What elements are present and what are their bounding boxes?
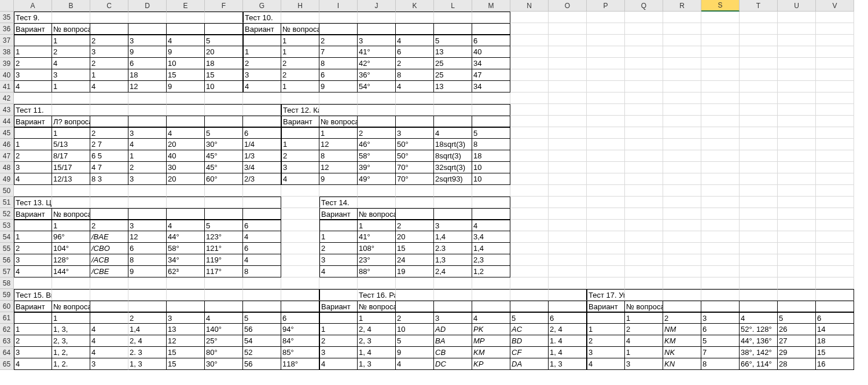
cell-C54[interactable]: /BAE xyxy=(90,231,128,243)
cell-P44[interactable] xyxy=(587,116,625,127)
cell-A38[interactable]: 1 xyxy=(14,46,52,58)
cell-N36[interactable] xyxy=(510,23,549,35)
cell-H61[interactable]: 6 xyxy=(281,312,319,324)
row-header-47[interactable]: 47 xyxy=(0,150,14,162)
cell-V60[interactable] xyxy=(816,301,854,312)
cell-L40[interactable]: 25 xyxy=(434,69,472,81)
cell-B62[interactable]: 1, 3, xyxy=(52,324,90,335)
cell-D62[interactable]: 1,4 xyxy=(128,324,167,335)
cell-V62[interactable]: 14 xyxy=(816,324,854,335)
cell-S56[interactable] xyxy=(701,254,740,266)
cell-P35[interactable] xyxy=(587,12,625,23)
cell-P42[interactable] xyxy=(587,92,625,104)
cell-P49[interactable] xyxy=(587,173,625,185)
cell-R35[interactable] xyxy=(663,12,701,23)
cell-C52[interactable] xyxy=(90,208,128,220)
cell-B55[interactable]: 104° xyxy=(52,243,90,254)
cell-T64[interactable]: 38°, 142° xyxy=(740,347,778,358)
cell-P52[interactable] xyxy=(587,208,625,220)
cell-B45[interactable]: 1 xyxy=(52,127,90,139)
cell-J43[interactable] xyxy=(358,104,396,116)
cell-U62[interactable]: 26 xyxy=(778,324,816,335)
cell-Q45[interactable] xyxy=(625,127,663,139)
cell-U45[interactable] xyxy=(778,127,816,139)
cell-G36[interactable]: Вариант xyxy=(243,23,281,35)
row-header-52[interactable]: 52 xyxy=(0,208,14,220)
row-header-63[interactable]: 63 xyxy=(0,335,14,347)
cell-O37[interactable] xyxy=(549,35,587,46)
cell-M53[interactable]: 4 xyxy=(472,220,510,231)
cell-D46[interactable]: 4 xyxy=(128,139,167,150)
cell-E46[interactable]: 20 xyxy=(167,139,205,150)
cell-I65[interactable]: 4 xyxy=(319,358,358,370)
cell-F58[interactable] xyxy=(205,277,243,289)
cell-S35[interactable] xyxy=(701,12,740,23)
cell-V61[interactable]: 6 xyxy=(816,312,854,324)
cell-R52[interactable] xyxy=(663,208,701,220)
cell-C49[interactable]: 8 3 xyxy=(90,173,128,185)
cell-N65[interactable]: DA xyxy=(510,358,549,370)
cell-L35[interactable] xyxy=(434,12,472,23)
cell-H44[interactable]: Вариант xyxy=(281,116,319,127)
cell-K54[interactable]: 20 xyxy=(396,231,434,243)
cell-R37[interactable] xyxy=(663,35,701,46)
cell-N49[interactable] xyxy=(510,173,549,185)
cell-Q46[interactable] xyxy=(625,139,663,150)
cell-J49[interactable]: 49° xyxy=(358,173,396,185)
cell-Q39[interactable] xyxy=(625,58,663,69)
cell-V59[interactable] xyxy=(816,289,854,301)
cell-L56[interactable]: 1,3 xyxy=(434,254,472,266)
cell-S51[interactable] xyxy=(701,197,740,208)
cell-U35[interactable] xyxy=(778,12,816,23)
cell-F40[interactable]: 15 xyxy=(205,69,243,81)
cell-B36[interactable]: № вопроса xyxy=(52,23,90,35)
col-header-T[interactable]: T xyxy=(740,0,778,12)
cell-U36[interactable] xyxy=(778,23,816,35)
cell-P64[interactable]: 3 xyxy=(587,347,625,358)
cell-C39[interactable]: 2 xyxy=(90,58,128,69)
cell-R48[interactable] xyxy=(663,162,701,173)
cell-T53[interactable] xyxy=(740,220,778,231)
corner-cell[interactable] xyxy=(0,0,14,12)
cell-C46[interactable]: 2 7 xyxy=(90,139,128,150)
row-header-48[interactable]: 48 xyxy=(0,162,14,173)
cell-I62[interactable]: 1 xyxy=(319,324,358,335)
cell-A40[interactable]: 3 xyxy=(14,69,52,81)
cell-A63[interactable]: 2 xyxy=(14,335,52,347)
cell-M63[interactable]: MP xyxy=(472,335,510,347)
cell-L57[interactable]: 2,4 xyxy=(434,266,472,277)
cell-H65[interactable]: 118° xyxy=(281,358,319,370)
row-header-54[interactable]: 54 xyxy=(0,231,14,243)
cell-S37[interactable] xyxy=(701,35,740,46)
cell-G57[interactable]: 8 xyxy=(243,266,281,277)
cell-S52[interactable] xyxy=(701,208,740,220)
cell-M36[interactable] xyxy=(472,23,510,35)
cell-K46[interactable]: 50° xyxy=(396,139,434,150)
cell-I46[interactable]: 12 xyxy=(319,139,358,150)
cell-T51[interactable] xyxy=(740,197,778,208)
cell-G47[interactable]: 1/3 xyxy=(243,150,281,162)
cell-F54[interactable]: 123° xyxy=(205,231,243,243)
cell-U50[interactable] xyxy=(778,185,816,197)
cell-I48[interactable]: 12 xyxy=(319,162,358,173)
cell-F56[interactable]: 119° xyxy=(205,254,243,266)
cell-S61[interactable]: 3 xyxy=(701,312,740,324)
cell-A56[interactable]: 3 xyxy=(14,254,52,266)
cell-G39[interactable]: 2 xyxy=(243,58,281,69)
cell-D35[interactable] xyxy=(128,12,167,23)
cell-O40[interactable] xyxy=(549,69,587,81)
cell-Q59[interactable] xyxy=(625,289,663,301)
cell-J48[interactable]: 39° xyxy=(358,162,396,173)
cell-S53[interactable] xyxy=(701,220,740,231)
cell-D50[interactable] xyxy=(128,185,167,197)
cell-K59[interactable] xyxy=(396,289,434,301)
cell-R36[interactable] xyxy=(663,23,701,35)
cell-M61[interactable]: 4 xyxy=(472,312,510,324)
cell-Q64[interactable]: 1 xyxy=(625,347,663,358)
cell-M45[interactable]: 5 xyxy=(472,127,510,139)
cell-C51[interactable] xyxy=(90,197,128,208)
cell-K44[interactable] xyxy=(396,116,434,127)
cell-D60[interactable] xyxy=(128,301,167,312)
cell-M40[interactable]: 47 xyxy=(472,69,510,81)
cell-B53[interactable]: 1 xyxy=(52,220,90,231)
